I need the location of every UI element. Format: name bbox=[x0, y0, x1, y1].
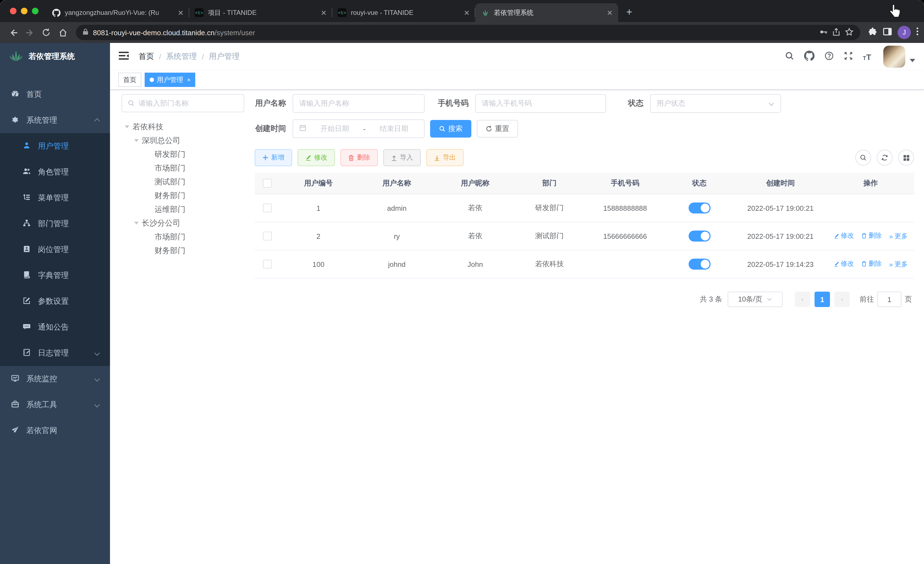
app-logo[interactable]: 若依管理系统 bbox=[0, 43, 110, 71]
row-edit-link[interactable]: 修改 bbox=[834, 232, 854, 241]
sidebar-item-log-management[interactable]: 日志管理 bbox=[0, 340, 110, 366]
delete-button[interactable]: 删除 bbox=[340, 149, 378, 166]
tab-close-icon[interactable]: ✕ bbox=[606, 8, 614, 17]
sidebar-item-user-management[interactable]: 用户管理 bbox=[0, 133, 110, 159]
row-delete-link[interactable]: 删除 bbox=[861, 231, 882, 241]
tag-user-management[interactable]: 用户管理 × bbox=[145, 73, 195, 87]
row-more-link[interactable]: » 更多 bbox=[890, 232, 908, 241]
username-input[interactable]: 请输入用户名称 bbox=[292, 94, 424, 113]
show-search-toggle-button[interactable] bbox=[855, 150, 871, 165]
tree-caret-icon[interactable] bbox=[134, 139, 139, 142]
sidebar-item-config-settings[interactable]: 参数设置 bbox=[0, 288, 110, 314]
search-button[interactable]: 搜索 bbox=[430, 120, 471, 138]
table-row[interactable]: 100 johnd John 若依科技 2022-05-17 19:14:23 bbox=[255, 250, 914, 278]
share-icon[interactable] bbox=[832, 27, 840, 38]
sidebar-item-dept-management[interactable]: 部门管理 bbox=[0, 211, 110, 237]
sidebar-item-home[interactable]: 首页 bbox=[0, 81, 110, 107]
tree-caret-icon[interactable] bbox=[134, 222, 139, 224]
tree-node[interactable]: 市场部门 bbox=[122, 161, 244, 175]
sidebar-item-tools[interactable]: 系统工具 bbox=[0, 392, 110, 418]
side-panel-icon[interactable] bbox=[883, 27, 892, 38]
sidebar-item-dict-management[interactable]: 字典管理 bbox=[0, 262, 110, 288]
status-toggle[interactable] bbox=[688, 230, 710, 242]
status-toggle[interactable] bbox=[688, 259, 710, 270]
sidebar-item-menu-management[interactable]: 菜单管理 bbox=[0, 185, 110, 211]
tab-close-icon[interactable]: ✕ bbox=[462, 8, 471, 17]
row-delete-link[interactable]: 删除 bbox=[861, 259, 882, 269]
tab-titanide-project[interactable]: <t> 项目 - TITANIDE ✕ bbox=[189, 3, 332, 22]
tag-close-icon[interactable]: × bbox=[187, 77, 190, 83]
phone-input[interactable]: 请输入手机号码 bbox=[475, 94, 606, 113]
dashboard-icon bbox=[11, 89, 19, 99]
tree-node[interactable]: 测试部门 bbox=[122, 175, 244, 189]
table-row[interactable]: 1 admin 若依 研发部门 15888888888 2022-05-17 1… bbox=[255, 194, 914, 222]
dept-search-input[interactable]: 请输入部门名称 bbox=[122, 94, 244, 112]
bookmark-star-icon[interactable] bbox=[845, 27, 854, 38]
chrome-menu-icon[interactable] bbox=[916, 27, 918, 38]
help-question-icon[interactable] bbox=[824, 51, 834, 62]
page-number-1[interactable]: 1 bbox=[814, 292, 830, 307]
fullscreen-icon[interactable] bbox=[843, 51, 853, 62]
sidebar-item-post-management[interactable]: 岗位管理 bbox=[0, 237, 110, 262]
prev-page-button[interactable]: ‹ bbox=[795, 292, 810, 307]
home-icon[interactable] bbox=[55, 25, 70, 40]
goto-page-input[interactable]: 1 bbox=[877, 292, 902, 307]
tree-node[interactable]: 长沙分公司 bbox=[122, 216, 244, 230]
status-toggle[interactable] bbox=[688, 203, 710, 214]
address-bar[interactable]: 8081-rouyi-vue-demo.cloud.titanide.cn/sy… bbox=[76, 25, 860, 40]
tree-node[interactable]: 财务部门 bbox=[122, 244, 244, 257]
password-key-icon[interactable] bbox=[819, 27, 828, 38]
row-checkbox[interactable] bbox=[263, 260, 272, 269]
tab-close-icon[interactable]: ✕ bbox=[177, 8, 185, 17]
sidebar-item-notice[interactable]: 通知公告 bbox=[0, 314, 110, 340]
sidebar-item-official-site[interactable]: 若依官网 bbox=[0, 418, 110, 444]
row-more-link[interactable]: » 更多 bbox=[890, 260, 908, 269]
minimize-window-button[interactable] bbox=[21, 8, 27, 14]
next-page-button[interactable]: › bbox=[834, 292, 850, 307]
reload-icon[interactable] bbox=[39, 25, 54, 40]
tree-node[interactable]: 市场部门 bbox=[122, 230, 244, 244]
table-row[interactable]: 2 ry 若依 测试部门 15666666666 2022-05-17 19:0… bbox=[255, 222, 914, 250]
tree-node[interactable]: 若依科技 bbox=[122, 120, 244, 134]
forward-icon[interactable] bbox=[22, 25, 38, 40]
refresh-table-button[interactable] bbox=[877, 150, 892, 165]
date-range-picker[interactable]: 开始日期 - 结束日期 bbox=[292, 119, 424, 138]
back-icon[interactable] bbox=[6, 25, 21, 40]
status-select[interactable]: 用户状态 bbox=[650, 94, 781, 113]
row-checkbox[interactable] bbox=[263, 232, 272, 241]
tag-home[interactable]: 首页 bbox=[118, 73, 141, 87]
browser-profile-avatar[interactable]: J bbox=[898, 26, 911, 39]
add-button[interactable]: 新增 bbox=[255, 149, 292, 166]
tab-close-icon[interactable]: ✕ bbox=[320, 8, 328, 17]
tree-node[interactable]: 财务部门 bbox=[122, 189, 244, 203]
tab-titanide-workspace[interactable]: <t> rouyi-vue - TITANIDE ✕ bbox=[332, 3, 475, 22]
column-settings-button[interactable] bbox=[898, 150, 914, 165]
new-tab-button[interactable]: + bbox=[621, 5, 637, 20]
import-button[interactable]: 导入 bbox=[383, 149, 421, 166]
user-avatar-menu[interactable] bbox=[883, 46, 915, 68]
export-button[interactable]: 导出 bbox=[426, 149, 464, 166]
font-size-icon[interactable]: TT bbox=[862, 52, 871, 61]
zoom-window-button[interactable] bbox=[32, 8, 39, 14]
row-edit-link[interactable]: 修改 bbox=[834, 259, 854, 269]
header-search-icon[interactable] bbox=[784, 51, 794, 62]
extensions-puzzle-icon[interactable] bbox=[868, 27, 877, 38]
sidebar-item-role-management[interactable]: 角色管理 bbox=[0, 159, 110, 185]
tree-node[interactable]: 研发部门 bbox=[122, 147, 244, 161]
select-all-checkbox[interactable] bbox=[263, 179, 272, 188]
close-window-button[interactable] bbox=[10, 8, 16, 14]
sidebar-item-system[interactable]: 系统管理 bbox=[0, 107, 110, 133]
sidebar-collapse-icon[interactable] bbox=[119, 51, 129, 62]
edit-button[interactable]: 修改 bbox=[297, 149, 335, 166]
tab-github[interactable]: yangzongzhuan/RuoYi-Vue: (Ru ✕ bbox=[46, 3, 189, 22]
github-icon[interactable] bbox=[804, 50, 814, 63]
reset-button[interactable]: 重置 bbox=[477, 120, 518, 138]
tree-node[interactable]: 深圳总公司 bbox=[122, 134, 244, 147]
tree-caret-icon[interactable] bbox=[125, 125, 129, 128]
breadcrumb-home[interactable]: 首页 bbox=[139, 52, 154, 62]
tree-node[interactable]: 运维部门 bbox=[122, 203, 244, 216]
page-size-select[interactable]: 10条/页 bbox=[728, 292, 783, 307]
tab-ruoyi-active[interactable]: 若依管理系统 ✕ bbox=[475, 3, 618, 22]
row-checkbox[interactable] bbox=[263, 204, 272, 213]
sidebar-item-monitor[interactable]: 系统监控 bbox=[0, 366, 110, 392]
